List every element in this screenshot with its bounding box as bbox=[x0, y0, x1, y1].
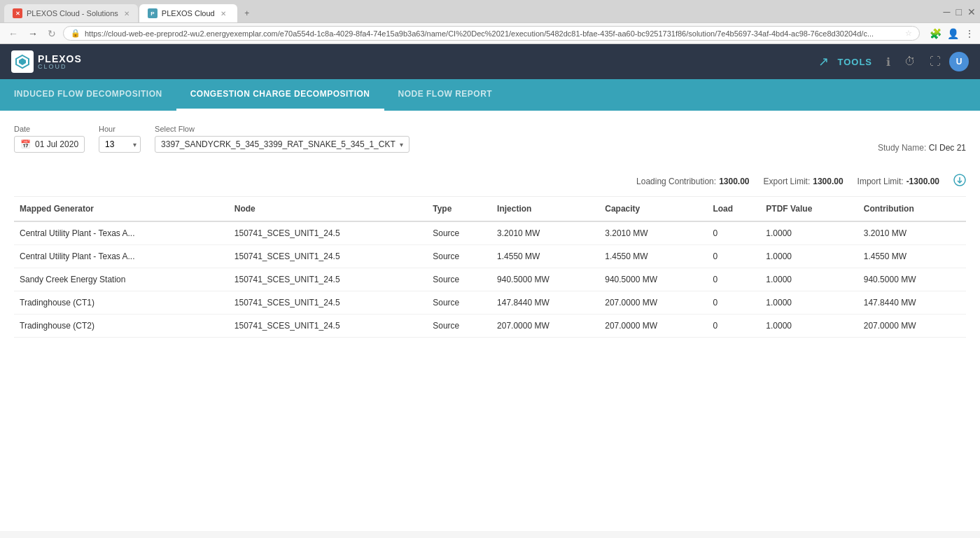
minimize-button[interactable]: ─ bbox=[944, 6, 951, 18]
cell-capacity-3: 207.0000 MW bbox=[599, 291, 707, 315]
flow-select[interactable]: 3397_SANDYCRK_5_345_3399_RAT_SNAKE_5_345… bbox=[155, 136, 410, 153]
expand-icon[interactable]: ⛶ bbox=[930, 55, 941, 68]
col-contribution: Contribution bbox=[858, 197, 966, 221]
table-row: Sandy Creek Energy Station150741_SCES_UN… bbox=[14, 268, 966, 291]
reload-button[interactable]: ↻ bbox=[45, 27, 59, 41]
date-input[interactable]: 📅 01 Jul 2020 bbox=[14, 136, 85, 153]
table-header: Mapped Generator Node Type Injection Cap… bbox=[14, 197, 966, 221]
plexos-logo: PLEXOS CLOUD bbox=[11, 50, 82, 73]
cell-contribution-4: 207.0000 MW bbox=[858, 315, 966, 338]
loading-label: Loading Contribution: bbox=[636, 177, 716, 186]
study-name-value: CI Dec 21 bbox=[929, 143, 966, 153]
data-table: Mapped Generator Node Type Injection Cap… bbox=[14, 197, 966, 338]
cell-capacity-4: 207.0000 MW bbox=[599, 315, 707, 338]
tab-close-2[interactable]: ✕ bbox=[220, 10, 226, 18]
cell-type-0: Source bbox=[427, 221, 491, 245]
cell-injection-2: 940.5000 MW bbox=[491, 268, 599, 291]
browser-tab-1[interactable]: ✕ PLEXOS Cloud - Solutions ✕ bbox=[4, 4, 138, 22]
flow-label: Select Flow bbox=[155, 125, 410, 133]
export-value: 1300.00 bbox=[813, 177, 843, 186]
tab-title-2: PLEXOS Cloud bbox=[162, 9, 215, 18]
close-browser-button[interactable]: ✕ bbox=[967, 6, 976, 18]
info-icon[interactable]: ℹ bbox=[886, 55, 890, 69]
hour-label: Hour bbox=[99, 125, 141, 133]
tools-label: TOOLS bbox=[837, 57, 872, 67]
logo-text-group: PLEXOS CLOUD bbox=[38, 53, 82, 70]
col-ptdf: PTDF Value bbox=[760, 197, 858, 221]
browser-actions: 🧩 👤 ⋮ bbox=[930, 28, 974, 39]
url-input[interactable]: 🔒 https://cloud-web-ee-preprod2-wu2.ener… bbox=[63, 26, 920, 41]
loading-value: 1300.00 bbox=[719, 177, 749, 186]
tab-close-1[interactable]: ✕ bbox=[124, 10, 130, 18]
cell-node-3: 150741_SCES_UNIT1_24.5 bbox=[229, 291, 427, 315]
restore-button[interactable]: □ bbox=[956, 6, 962, 18]
cell-load-4: 0 bbox=[707, 315, 760, 338]
extensions-icon[interactable]: 🧩 bbox=[930, 28, 941, 39]
export-limit: Export Limit: 1300.00 bbox=[764, 177, 844, 186]
import-label: Import Limit: bbox=[858, 177, 904, 186]
tools-button[interactable]: TOOLS bbox=[837, 57, 872, 67]
download-button[interactable] bbox=[953, 174, 966, 189]
cell-type-2: Source bbox=[427, 268, 491, 291]
tab-node-flow[interactable]: NODE FLOW REPORT bbox=[384, 79, 507, 111]
cell-capacity-2: 940.5000 MW bbox=[599, 268, 707, 291]
col-mapped-generator: Mapped Generator bbox=[14, 197, 229, 221]
main-content: Date 📅 01 Jul 2020 Hour 1 2 3 4 5 6 7 8 … bbox=[0, 111, 980, 531]
col-type: Type bbox=[427, 197, 491, 221]
flow-arrow-icon: ▾ bbox=[400, 141, 403, 149]
cell-ptdf_value-4: 1.0000 bbox=[760, 315, 858, 338]
col-injection: Injection bbox=[491, 197, 599, 221]
tab-congestion-charge[interactable]: CONGESTION CHARGE DECOMPOSITION bbox=[176, 79, 384, 111]
app-header: PLEXOS CLOUD ↗ TOOLS ℹ ⏱ ⛶ U bbox=[0, 44, 980, 79]
cell-injection-3: 147.8440 MW bbox=[491, 291, 599, 315]
calendar-icon: 📅 bbox=[20, 139, 31, 149]
import-limit: Import Limit: -1300.00 bbox=[858, 177, 939, 186]
cell-injection-1: 1.4550 MW bbox=[491, 245, 599, 268]
hour-select[interactable]: 1 2 3 4 5 6 7 8 9 10 11 12 13 14 15 16 1 bbox=[99, 136, 141, 153]
new-tab-button[interactable]: + bbox=[239, 5, 255, 22]
cell-ptdf_value-3: 1.0000 bbox=[760, 291, 858, 315]
star-icon: ☆ bbox=[905, 29, 912, 38]
table-row: Central Utility Plant - Texas A...150741… bbox=[14, 245, 966, 268]
lock-icon: 🔒 bbox=[71, 29, 80, 38]
study-name-display: Study Name: CI Dec 21 bbox=[878, 143, 966, 153]
study-name-label: Study Name: bbox=[878, 143, 926, 153]
tab-bar: ✕ PLEXOS Cloud - Solutions ✕ P PLEXOS Cl… bbox=[0, 0, 980, 22]
cell-node-0: 150741_SCES_UNIT1_24.5 bbox=[229, 221, 427, 245]
import-value: -1300.00 bbox=[906, 177, 939, 186]
loading-contribution: Loading Contribution: 1300.00 bbox=[636, 177, 749, 186]
logo-icon bbox=[11, 50, 34, 73]
share-icon[interactable]: ↗ bbox=[818, 54, 829, 69]
table-row: Tradinghouse (CT2)150741_SCES_UNIT1_24.5… bbox=[14, 315, 966, 338]
info-bar: Loading Contribution: 1300.00 Export Lim… bbox=[14, 167, 966, 197]
col-load: Load bbox=[707, 197, 760, 221]
date-label: Date bbox=[14, 125, 85, 133]
cell-mapped_generator-2: Sandy Creek Energy Station bbox=[14, 268, 229, 291]
browser-chrome: ✕ PLEXOS Cloud - Solutions ✕ P PLEXOS Cl… bbox=[0, 0, 980, 44]
clock-icon[interactable]: ⏱ bbox=[904, 55, 916, 68]
cell-capacity-1: 1.4550 MW bbox=[599, 245, 707, 268]
url-text: https://cloud-web-ee-preprod2-wu2.energy… bbox=[85, 29, 874, 38]
cell-contribution-3: 147.8440 MW bbox=[858, 291, 966, 315]
cell-mapped_generator-4: Tradinghouse (CT2) bbox=[14, 315, 229, 338]
hour-filter-group: Hour 1 2 3 4 5 6 7 8 9 10 11 12 13 14 bbox=[99, 125, 141, 153]
cell-load-0: 0 bbox=[707, 221, 760, 245]
forward-button[interactable]: → bbox=[25, 27, 41, 41]
flow-value: 3397_SANDYCRK_5_345_3399_RAT_SNAKE_5_345… bbox=[161, 139, 396, 149]
tab-induced-flow[interactable]: INDUCED FLOW DECOMPOSITION bbox=[0, 79, 176, 111]
cell-load-3: 0 bbox=[707, 291, 760, 315]
settings-icon[interactable]: ⋮ bbox=[965, 28, 974, 39]
date-value: 01 Jul 2020 bbox=[35, 139, 78, 149]
back-button[interactable]: ← bbox=[6, 27, 21, 41]
export-label: Export Limit: bbox=[764, 177, 811, 186]
table-row: Central Utility Plant - Texas A...150741… bbox=[14, 221, 966, 245]
date-filter-group: Date 📅 01 Jul 2020 bbox=[14, 125, 85, 153]
browser-tab-2[interactable]: P PLEXOS Cloud ✕ bbox=[139, 4, 237, 22]
tab-navigation: INDUCED FLOW DECOMPOSITION CONGESTION CH… bbox=[0, 79, 980, 111]
user-avatar[interactable]: U bbox=[949, 52, 969, 71]
flow-filter-group: Select Flow 3397_SANDYCRK_5_345_3399_RAT… bbox=[155, 125, 410, 153]
profile-icon[interactable]: 👤 bbox=[947, 28, 959, 39]
cell-capacity-0: 3.2010 MW bbox=[599, 221, 707, 245]
tab-favicon-1: ✕ bbox=[13, 8, 22, 18]
cell-injection-0: 3.2010 MW bbox=[491, 221, 599, 245]
